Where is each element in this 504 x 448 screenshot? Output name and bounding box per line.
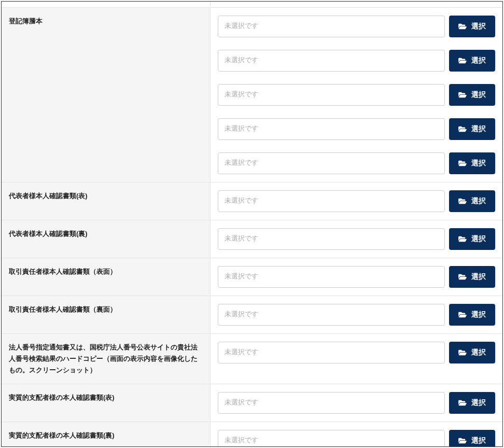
row-value: 未選択です選択未選択です選択未選択です選択未選択です選択未選択です選択 bbox=[211, 8, 502, 182]
select-button[interactable]: 選択 bbox=[449, 190, 495, 212]
folder-open-icon bbox=[458, 91, 467, 99]
row-value: 未選択です選択 bbox=[211, 183, 502, 220]
file-input[interactable]: 未選択です bbox=[218, 16, 445, 37]
form-row: 法人番号指定通知書又は、国税庁法人番号公表サイトの貴社法人番号検索結果のハードコ… bbox=[2, 334, 502, 384]
file-input[interactable]: 未選択です bbox=[218, 190, 445, 212]
row-label: 取引責任者様本人確認書類（裏面） bbox=[2, 296, 211, 333]
folder-open-icon bbox=[458, 23, 467, 30]
select-button-label: 選択 bbox=[471, 56, 486, 65]
file-input[interactable]: 未選択です bbox=[218, 304, 445, 326]
select-button-label: 選択 bbox=[471, 159, 486, 168]
row-label: 代表者様本人確認書類(表) bbox=[2, 183, 211, 220]
form-row: 取引責任者様本人確認書類（表面）未選択です選択 bbox=[2, 258, 502, 296]
select-button[interactable]: 選択 bbox=[449, 50, 495, 72]
file-slot: 未選択です選択 bbox=[218, 50, 495, 72]
row-value: 未選択です選択 bbox=[211, 384, 502, 422]
select-button[interactable]: 選択 bbox=[449, 304, 495, 326]
file-slot: 未選択です選択 bbox=[218, 118, 495, 140]
folder-open-icon bbox=[458, 57, 467, 64]
select-button-label: 選択 bbox=[471, 90, 486, 100]
row-value: 未選択です選択 bbox=[211, 422, 502, 447]
folder-open-icon bbox=[458, 125, 467, 133]
select-button[interactable]: 選択 bbox=[449, 342, 495, 363]
select-button-label: 選択 bbox=[471, 197, 486, 206]
file-slot: 未選択です選択 bbox=[218, 342, 495, 363]
folder-open-icon bbox=[458, 311, 467, 318]
select-button-label: 選択 bbox=[471, 124, 486, 134]
file-slot: 未選択です選択 bbox=[218, 228, 495, 250]
file-slot: 未選択です選択 bbox=[218, 266, 495, 288]
select-button[interactable]: 選択 bbox=[449, 16, 495, 37]
file-input[interactable]: 未選択です bbox=[218, 152, 445, 174]
form-row: 実質的支配者様の本人確認書類(裏)未選択です選択 bbox=[2, 422, 502, 447]
row-label: 実質的支配者様の本人確認書類(裏) bbox=[2, 422, 211, 447]
select-button[interactable]: 選択 bbox=[449, 266, 495, 288]
file-input[interactable]: 未選択です bbox=[218, 228, 445, 250]
form-row: 実質的支配者様の本人確認書類(表)未選択です選択 bbox=[2, 384, 502, 422]
file-slot: 未選択です選択 bbox=[218, 16, 495, 37]
file-slot: 未選択です選択 bbox=[218, 304, 495, 326]
select-button[interactable]: 選択 bbox=[449, 152, 495, 174]
file-input[interactable]: 未選択です bbox=[218, 84, 445, 106]
form-row: 代表者様本人確認書類(表)未選択です選択 bbox=[2, 183, 502, 220]
select-button-label: 選択 bbox=[471, 272, 486, 282]
select-button[interactable]: 選択 bbox=[449, 118, 495, 140]
row-label: 取引責任者様本人確認書類（表面） bbox=[2, 258, 211, 296]
form-row: 登記簿謄本未選択です選択未選択です選択未選択です選択未選択です選択未選択です選択 bbox=[2, 8, 502, 183]
file-slot: 未選択です選択 bbox=[218, 84, 495, 106]
select-button[interactable]: 選択 bbox=[449, 430, 495, 447]
row-label: 代表者様本人確認書類(裏) bbox=[2, 220, 211, 258]
row-label: 登記簿謄本 bbox=[2, 8, 211, 182]
select-button-label: 選択 bbox=[471, 310, 486, 319]
select-button[interactable]: 選択 bbox=[449, 84, 495, 106]
form-row: 取引責任者様本人確認書類（裏面）未選択です選択 bbox=[2, 296, 502, 334]
select-button[interactable]: 選択 bbox=[449, 392, 495, 414]
file-input[interactable]: 未選択です bbox=[218, 266, 445, 288]
select-button-label: 選択 bbox=[471, 436, 486, 445]
file-input[interactable]: 未選択です bbox=[218, 342, 445, 363]
folder-open-icon bbox=[458, 399, 467, 407]
select-button-label: 選択 bbox=[471, 234, 486, 244]
select-button-label: 選択 bbox=[471, 398, 486, 408]
file-input[interactable]: 未選択です bbox=[218, 50, 445, 72]
row-label: 法人番号指定通知書又は、国税庁法人番号公表サイトの貴社法人番号検索結果のハードコ… bbox=[2, 334, 211, 384]
select-button-label: 選択 bbox=[471, 348, 486, 357]
row-value: 未選択です選択 bbox=[211, 296, 502, 333]
row-value: 未選択です選択 bbox=[211, 334, 502, 384]
select-button[interactable]: 選択 bbox=[449, 228, 495, 250]
folder-open-icon bbox=[458, 273, 467, 281]
file-input[interactable]: 未選択です bbox=[218, 118, 445, 140]
top-divider bbox=[2, 2, 502, 8]
row-value: 未選択です選択 bbox=[211, 220, 502, 258]
row-value: 未選択です選択 bbox=[211, 258, 502, 296]
folder-open-icon bbox=[458, 235, 467, 243]
folder-open-icon bbox=[458, 437, 467, 444]
file-slot: 未選択です選択 bbox=[218, 190, 495, 212]
file-slot: 未選択です選択 bbox=[218, 430, 495, 447]
form-row: 代表者様本人確認書類(裏)未選択です選択 bbox=[2, 220, 502, 258]
folder-open-icon bbox=[458, 160, 467, 167]
select-button-label: 選択 bbox=[471, 22, 486, 31]
folder-open-icon bbox=[458, 198, 467, 205]
folder-open-icon bbox=[458, 349, 467, 356]
file-input[interactable]: 未選択です bbox=[218, 430, 445, 447]
file-slot: 未選択です選択 bbox=[218, 392, 495, 414]
row-label: 実質的支配者様の本人確認書類(表) bbox=[2, 384, 211, 422]
file-slot: 未選択です選択 bbox=[218, 152, 495, 174]
file-input[interactable]: 未選択です bbox=[218, 392, 445, 414]
